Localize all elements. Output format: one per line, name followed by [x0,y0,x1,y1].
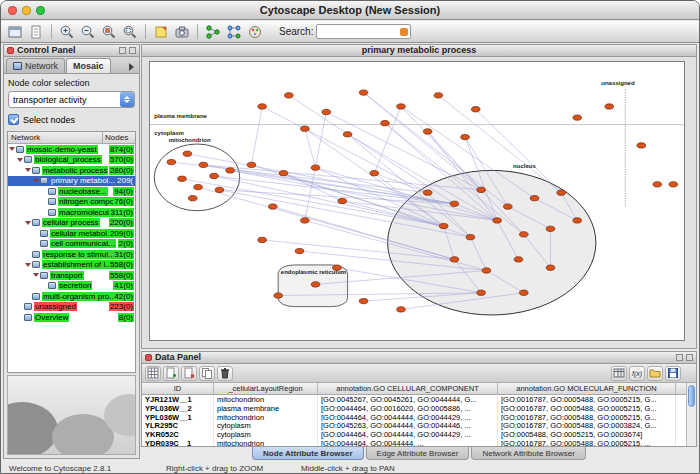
tree-expander-icon[interactable] [16,158,24,162]
graph-node[interactable] [359,90,368,95]
tree-row[interactable]: metabolic process280(0) [8,165,135,176]
graph-node[interactable] [167,159,176,164]
graph-node[interactable] [183,151,192,156]
table-cell[interactable]: [GO:0016787, GO:0005488, GO:0003824, G..… [498,421,676,430]
table-cell[interactable]: YPL036W__2 [142,404,214,413]
graph-edge[interactable] [364,93,481,190]
zoom-window-icon[interactable] [36,6,45,15]
graph-node[interactable] [274,293,283,298]
search-input[interactable] [319,26,397,38]
graph-node[interactable] [423,190,432,195]
close-panel-icon[interactable] [129,47,136,54]
table-cell[interactable]: YPL036W__1 [142,413,214,422]
dropdown-arrows-icon[interactable] [120,92,134,107]
graph-node[interactable] [397,307,406,312]
graph-edge[interactable] [251,106,262,164]
graph-node[interactable] [477,187,486,192]
network-column-header[interactable]: Network [8,132,103,143]
tree-row[interactable]: biological_process570(0) [8,155,135,166]
graph-node[interactable] [439,223,448,228]
table-cell[interactable]: mitochondrion [214,395,318,404]
tree-row[interactable]: nucleobase...94(0) [8,186,135,197]
graph-node[interactable] [338,198,347,203]
tab-overflow-button[interactable] [125,60,137,73]
float-panel-icon[interactable] [119,47,126,54]
tree-row[interactable]: establishment of l...558(0) [8,260,135,271]
tree-row[interactable]: multi-organism pro...42(0) [8,291,135,302]
graph-node[interactable] [482,268,491,273]
tree-expander-icon[interactable] [32,179,40,183]
table-row[interactable]: YKR052Ccytoplasm[GO:0044464, GO:0044444,… [142,430,696,439]
table-cell[interactable]: YDR039C__1 [142,439,214,446]
graph-node[interactable] [258,104,267,109]
scrollbar-thumb[interactable] [688,385,695,407]
tab-network[interactable]: Network [6,58,65,73]
graph-node[interactable] [450,257,459,262]
graph-node[interactable] [343,132,352,137]
graph-node[interactable] [653,182,662,187]
table-cell[interactable]: cytoplasm [214,421,318,430]
graph-node[interactable] [450,201,459,206]
select-attributes-icon[interactable] [145,366,161,381]
table-cell[interactable]: [GO:0044464, GO:0044444, GO:0044429, ... [318,430,498,439]
save-icon[interactable] [665,366,681,381]
graph-svg[interactable] [150,62,684,340]
network-canvas[interactable]: plasma membranecytoplasmmitochondrionnuc… [149,61,685,341]
search-box[interactable] [316,24,411,39]
column-header[interactable]: ID [142,383,214,394]
table-cell[interactable]: [GO:0044464, GO:0044444, ... [318,439,498,446]
graph-node[interactable] [381,121,390,126]
tree-row[interactable]: transport558(0) [8,270,135,281]
table-row[interactable]: YPL036W__2plasma membrane[GO:0044464, GO… [142,404,696,413]
graph-edge[interactable] [262,106,428,192]
tab-mosaic[interactable]: Mosaic [66,58,111,73]
tab-node-attribute-browser[interactable]: Node Attribute Browser [252,447,364,460]
close-window-icon[interactable] [8,6,17,15]
graph-node[interactable] [295,248,304,253]
tree-expander-icon[interactable] [24,221,32,225]
graph-node[interactable] [311,165,320,170]
table-scrollbar[interactable] [686,383,696,446]
table-row[interactable]: YPL036W__1mitochondrion[GO:0044464, GO:0… [142,413,696,422]
annotation-icon[interactable] [152,23,170,40]
tree-row[interactable]: mosaic-demo-yeast874(0) [8,144,135,155]
table-cell[interactable]: [GO:0045263, GO:0044444, GO:0044446, ... [318,421,498,430]
table-cell[interactable]: mitochondrion [214,439,318,446]
graph-node[interactable] [546,265,555,270]
table-cell[interactable]: YLR295C [142,421,214,430]
graph-node[interactable] [461,134,470,139]
table-cell[interactable]: plasma membrane [214,404,318,413]
table-cell[interactable]: [GO:0044464, GO:0016020, GO:0005886, ... [318,404,498,413]
graph-node[interactable] [210,173,219,178]
table-row[interactable]: YJR121W__1mitochondrion[GO:0045267, GO:0… [142,395,696,404]
network-overview[interactable] [7,375,136,455]
import-table-icon[interactable] [611,366,627,381]
graph-node[interactable] [194,184,203,189]
tab-network-attribute-browser[interactable]: Network Attribute Browser [471,447,585,460]
graph-node[interactable] [434,93,443,98]
tree-row[interactable]: cellular metabol...209(0) [8,228,135,239]
tree-row[interactable]: macromolecule...311(0) [8,207,135,218]
tree-expander-icon[interactable] [24,168,32,172]
function-icon[interactable]: f(x) [629,366,645,381]
graph-node[interactable] [557,190,566,195]
graph-node[interactable] [573,218,582,223]
table-cell[interactable]: cytoplasm [214,430,318,439]
zoom-fit-icon[interactable] [121,23,139,40]
graph-node[interactable] [178,176,187,181]
graph-node[interactable] [258,237,267,242]
color-attribute-dropdown[interactable]: transporter activity [8,91,135,108]
graph-node[interactable] [215,187,224,192]
graph-node[interactable] [520,290,529,295]
graph-node[interactable] [199,162,208,167]
zoom-in-icon[interactable] [58,23,76,40]
tree-row[interactable]: cell communicat...2(0) [8,239,135,250]
graph-node[interactable] [530,196,539,201]
table-cell[interactable]: YKR052C [142,430,214,439]
tree-row[interactable]: secretion41(0) [8,281,135,292]
tree-expander-icon[interactable] [24,263,32,267]
table-row[interactable]: YDR039C__1mitochondrion[GO:0044464, GO:0… [142,439,696,446]
tree-row[interactable]: Overview8(0) [8,312,135,323]
tree-expander-icon[interactable] [32,273,40,277]
column-header[interactable]: annotation.GO MOLECULAR_FUNCTION [498,383,676,394]
